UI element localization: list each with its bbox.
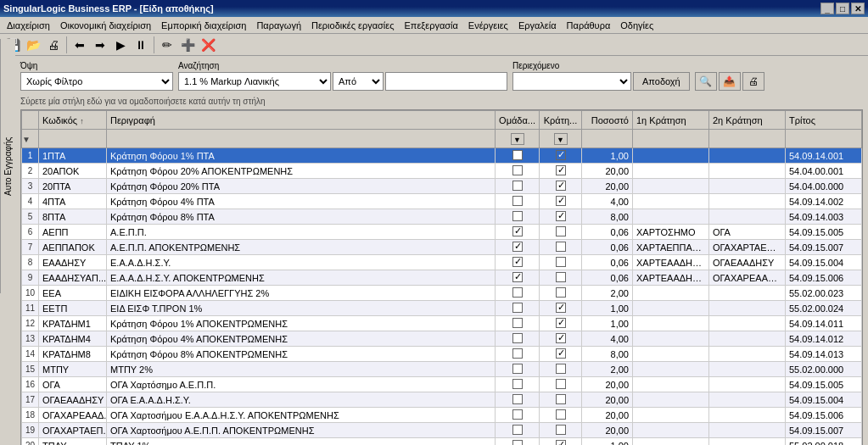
cell-omada[interactable]	[496, 362, 540, 377]
checkbox-kratisi[interactable]	[556, 257, 566, 267]
cell-omada[interactable]	[496, 270, 540, 286]
checkbox-kratisi[interactable]	[556, 211, 566, 221]
checkbox-omada[interactable]	[512, 226, 523, 236]
cell-omada[interactable]	[496, 240, 540, 255]
checkbox-omada[interactable]	[512, 211, 523, 221]
table-row[interactable]: 220ΑΠΟΚΚράτηση Φόρου 20% ΑΠΟΚΕΝΤΡΩΜΕΝΗΣ2…	[22, 164, 862, 179]
checkbox-kratisi[interactable]	[556, 226, 566, 236]
col-header-kodikos[interactable]: Κωδικός ↑	[39, 111, 107, 130]
checkbox-kratisi[interactable]	[556, 196, 566, 206]
cell-omada[interactable]	[496, 331, 540, 347]
cell-kratisi[interactable]	[540, 240, 582, 255]
cell-omada[interactable]	[496, 209, 540, 225]
col-header-kratisi[interactable]: Κράτη...	[540, 111, 582, 130]
cell-kratisi[interactable]	[540, 225, 582, 240]
checkbox-omada[interactable]	[512, 348, 523, 359]
checkbox-omada[interactable]	[512, 364, 523, 374]
filter-icon-kratisi[interactable]: ▼	[554, 133, 568, 145]
cell-kratisi[interactable]	[540, 377, 582, 392]
cell-kratisi[interactable]	[540, 347, 582, 362]
anazitisi-input[interactable]	[385, 72, 507, 91]
toolbar-btn-7[interactable]: ⏸	[132, 36, 150, 54]
checkbox-omada[interactable]	[512, 242, 523, 252]
checkbox-kratisi[interactable]	[556, 318, 566, 328]
checkbox-kratisi[interactable]	[556, 272, 566, 282]
minimize-button[interactable]: _	[820, 3, 834, 14]
checkbox-omada[interactable]	[512, 409, 523, 420]
table-row[interactable]: 11ΕΕΤΠΕΙΔ ΕΙΣΦ Τ.ΠΡΟΝ 1%1,0055.02.00.024	[22, 301, 862, 316]
maximize-button[interactable]: □	[836, 3, 849, 14]
opsi-select[interactable]: Χωρίς Φίλτρο	[20, 72, 173, 91]
toolbar-btn-9[interactable]: ➕	[178, 36, 197, 54]
col-header-pososto[interactable]: Ποσοστό	[582, 111, 633, 130]
cell-kratisi[interactable]	[540, 331, 582, 347]
cell-omada[interactable]	[496, 316, 540, 331]
table-row[interactable]: 8ΕΑΑΔΗΣΥΕ.Α.Α.Δ.Η.Σ.Υ.0,06ΧΑΡΤΕΑΑΔΗΣ...Ο…	[22, 255, 862, 270]
search-icon-btn[interactable]: 🔍	[695, 72, 717, 91]
checkbox-kratisi[interactable]	[556, 303, 566, 313]
apodoxh-button[interactable]: Αποδοχή	[633, 72, 690, 91]
table-row[interactable]: 7ΑΕΠΠΑΠΟΚΑ.Ε.Π.Π. ΑΠΟΚΕΝΤΡΩΜΕΝΗΣ0,06ΧΑΡΤ…	[22, 240, 862, 255]
menu-item-οδηγίες[interactable]: Οδηγίες	[615, 19, 658, 32]
cell-kratisi[interactable]	[540, 408, 582, 423]
col-header-tritos[interactable]: Τρίτος	[786, 111, 862, 130]
menu-item-οικονομική-διαχείριση[interactable]: Οικονομική διαχείριση	[55, 19, 156, 32]
checkbox-kratisi[interactable]	[556, 440, 566, 446]
checkbox-omada[interactable]	[512, 303, 523, 313]
table-row[interactable]: 58ΠΤΑΚράτηση Φόρου 8% ΠΤΑ8,0054.09.14.00…	[22, 209, 862, 225]
cell-kratisi[interactable]	[540, 270, 582, 286]
checkbox-omada[interactable]	[512, 150, 523, 160]
checkbox-kratisi[interactable]	[556, 287, 566, 298]
cell-kratisi[interactable]	[540, 255, 582, 270]
menu-item-ενέργειες[interactable]: Ενέργειες	[463, 19, 513, 32]
checkbox-omada[interactable]	[512, 333, 523, 343]
table-row[interactable]: 20ΤΠΔΥΤΠΔΥ 1%1,0055.02.00.018	[22, 438, 862, 446]
cell-omada[interactable]	[496, 179, 540, 194]
checkbox-kratisi[interactable]	[556, 364, 566, 374]
cell-kratisi[interactable]	[540, 164, 582, 179]
table-row[interactable]: 18ΟΓΑΧΑΡΕΑΑΔ...ΟΓΑ Χαρτοσήμου Ε.Α.Α.Δ.Η.…	[22, 408, 862, 423]
cell-omada[interactable]	[496, 286, 540, 301]
cell-omada[interactable]	[496, 392, 540, 408]
cell-kratisi[interactable]	[540, 301, 582, 316]
table-row[interactable]: 44ΠΤΑΚράτηση Φόρου 4% ΠΤΑ4,0054.09.14.00…	[22, 194, 862, 209]
table-row[interactable]: 17ΟΓΑΕΑΑΔΗΣΥΟΓΑ Ε.Α.Α.Δ.Η.Σ.Υ.20,0054.09…	[22, 392, 862, 408]
menu-item-παράθυρα[interactable]: Παράθυρα	[562, 19, 616, 32]
toolbar-btn-5[interactable]: ➡	[91, 36, 109, 54]
cell-kratisi[interactable]	[540, 286, 582, 301]
cell-kratisi[interactable]	[540, 362, 582, 377]
checkbox-omada[interactable]	[512, 272, 523, 282]
table-row[interactable]: 10ΕΕΑΕΙΔΙΚΗ ΕΙΣΦΟΡΑ ΑΛΛΗΛΕΓΓΥΗΣ 2%2,0055…	[22, 286, 862, 301]
export-icon-btn[interactable]: 📤	[719, 72, 741, 91]
toolbar-btn-4[interactable]: ⬅	[70, 36, 89, 54]
cell-omada[interactable]	[496, 225, 540, 240]
menu-item-επεξεργασία[interactable]: Επεξεργασία	[399, 19, 462, 32]
checkbox-omada[interactable]	[512, 165, 523, 175]
checkbox-omada[interactable]	[512, 394, 523, 404]
menu-item-εργαλεία[interactable]: Εργαλεία	[513, 19, 562, 32]
cell-kratisi[interactable]	[540, 194, 582, 209]
filter-icon-omada[interactable]: ▼	[511, 133, 524, 145]
table-row[interactable]: 6ΑΕΠΠΑ.Ε.Π.Π.0,06ΧΑΡΤΟΣΗΜΟΟΓΑ54.09.15.00…	[22, 225, 862, 240]
col-header-kriti2[interactable]: 2η Κράτηση	[709, 111, 786, 130]
checkbox-kratisi[interactable]	[556, 165, 566, 175]
menu-item-διαχείριση[interactable]: Διαχείριση	[2, 19, 55, 32]
filter-cell-omada[interactable]: ▼	[496, 130, 540, 148]
cell-omada[interactable]	[496, 164, 540, 179]
toolbar-btn-2[interactable]: 📂	[24, 36, 42, 54]
cell-omada[interactable]	[496, 423, 540, 438]
print-icon-btn[interactable]: 🖨	[742, 72, 764, 91]
toolbar-btn-3[interactable]: 🖨	[44, 36, 63, 54]
table-row[interactable]: 11ΠΤΑΚράτηση Φόρου 1% ΠΤΑ1,0054.09.14.00…	[22, 148, 862, 164]
cell-kratisi[interactable]	[540, 148, 582, 164]
toolbar-btn-10[interactable]: ❌	[199, 36, 217, 54]
apo-select[interactable]: Από	[333, 72, 384, 91]
table-row[interactable]: 16ΟΓΑΟΓΑ Χαρτόσημο Α.Ε.Π.Π.20,0054.09.15…	[22, 377, 862, 392]
toolbar-btn-6[interactable]: ▶	[111, 36, 130, 54]
table-row[interactable]: 15ΜΤΠΥΜΤΠΥ 2%2,0055.02.00.000	[22, 362, 862, 377]
table-row[interactable]: 320ΠΤΑΚράτηση Φόρου 20% ΠΤΑ20,0054.04.00…	[22, 179, 862, 194]
checkbox-omada[interactable]	[512, 379, 523, 389]
checkbox-omada[interactable]	[512, 318, 523, 328]
checkbox-kratisi[interactable]	[556, 150, 566, 160]
periexomeno-select[interactable]	[512, 72, 631, 91]
